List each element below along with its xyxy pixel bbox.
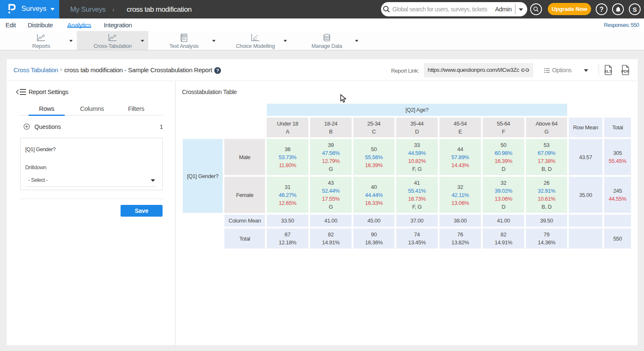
svg-text:PDF: PDF: [621, 69, 629, 73]
svg-text:XLS: XLS: [604, 69, 612, 73]
